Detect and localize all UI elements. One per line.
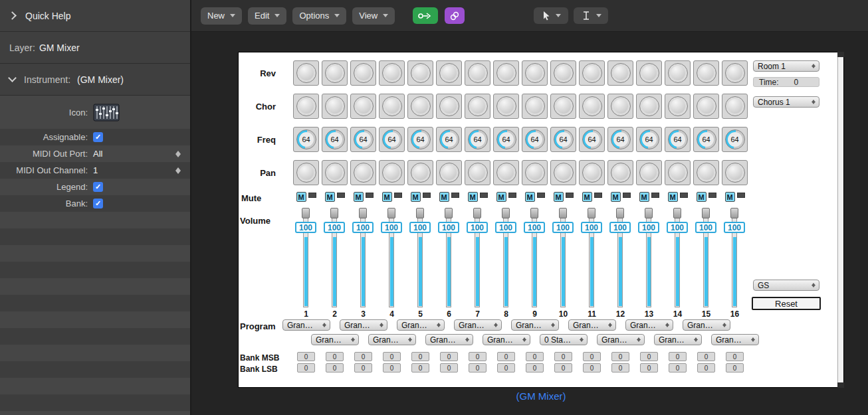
pan-knob[interactable] [554,163,574,183]
mute-button[interactable]: M [439,192,449,202]
freq-knob[interactable]: 64 [725,129,745,149]
bank-msb-field[interactable]: 0 [383,352,401,361]
volume-value[interactable]: 100 [609,222,631,233]
program-select[interactable]: Gran… [711,334,759,345]
rev-knob[interactable] [468,63,488,83]
mute-button[interactable]: M [582,192,592,202]
chorus-knob[interactable] [525,96,545,116]
bank-lsb-field[interactable]: 0 [497,363,515,373]
pan-knob[interactable] [496,163,516,183]
fader-thumb[interactable] [559,208,567,218]
options-menu-button[interactable]: Options [292,7,346,25]
bank-msb-field[interactable]: 0 [583,352,601,361]
program-select[interactable]: Gran… [654,334,702,345]
mute-button[interactable]: M [525,192,535,202]
fader-thumb[interactable] [416,208,424,218]
fader-thumb[interactable] [359,208,367,218]
volume-fader[interactable]: 100 [320,208,349,307]
fader-thumb[interactable] [730,208,738,218]
mute-button[interactable]: M [382,192,392,202]
bank-lsb-field[interactable]: 0 [526,363,544,373]
program-select[interactable]: 0 Sta… [540,334,588,345]
fader-thumb[interactable] [387,208,395,218]
edit-menu-button[interactable]: Edit [248,7,286,25]
freq-knob[interactable]: 64 [439,129,459,149]
mute-button[interactable]: M [554,192,564,202]
rev-knob[interactable] [296,63,316,83]
program-select[interactable]: Gran… [282,319,330,331]
bank-lsb-field[interactable]: 0 [411,363,429,373]
freq-knob[interactable]: 64 [668,129,688,149]
rev-knob[interactable] [554,63,574,83]
volume-value[interactable]: 100 [324,222,345,233]
freq-knob[interactable]: 64 [611,129,631,149]
freq-knob[interactable]: 64 [468,129,488,149]
pan-knob[interactable] [325,163,345,183]
rev-knob[interactable] [697,63,716,83]
volume-value[interactable]: 100 [724,222,745,233]
volume-fader[interactable]: 100 [378,208,406,307]
volume-fader[interactable]: 100 [635,208,663,307]
midi-out-port-value[interactable]: All [93,149,102,159]
mute-button[interactable]: M [354,192,364,202]
volume-fader[interactable]: 100 [606,208,635,307]
fader-thumb[interactable] [645,208,653,218]
program-select[interactable]: Gran… [397,319,445,331]
bank-lsb-field[interactable]: 0 [554,363,572,373]
bank-msb-field[interactable]: 0 [497,352,515,361]
program-select[interactable]: Gran… [625,319,673,331]
pan-knob[interactable] [725,163,745,183]
pointer-tool-button[interactable] [534,7,568,24]
mute-button[interactable]: M [296,192,306,202]
program-select[interactable]: Gran… [683,319,730,331]
fader-thumb[interactable] [673,208,681,218]
reverb-type-select[interactable]: Room 1 [753,60,819,72]
rev-knob[interactable] [439,63,459,83]
fader-thumb[interactable] [702,208,710,218]
freq-knob[interactable]: 64 [325,129,345,149]
bank-msb-field[interactable]: 0 [726,352,744,361]
rev-knob[interactable] [382,63,402,83]
freq-knob[interactable]: 64 [639,129,659,149]
pan-knob[interactable] [411,163,431,183]
freq-knob[interactable]: 64 [582,129,602,149]
bank-lsb-field[interactable]: 0 [583,363,601,373]
bank-lsb-field[interactable]: 0 [669,363,687,373]
freq-knob[interactable]: 64 [525,129,545,149]
fader-thumb[interactable] [330,208,338,218]
volume-value[interactable]: 100 [552,222,574,233]
fader-thumb[interactable] [445,208,453,218]
program-select[interactable]: Gran… [454,319,502,331]
fader-thumb[interactable] [530,208,538,218]
freq-knob[interactable]: 64 [554,129,574,149]
rev-knob[interactable] [725,63,745,83]
program-select[interactable]: Gran… [483,334,530,345]
freq-knob[interactable]: 64 [382,129,402,149]
volume-value[interactable]: 100 [695,222,716,233]
fader-thumb[interactable] [502,208,510,218]
mute-button[interactable]: M [639,192,649,202]
quick-help-header[interactable]: Quick Help [0,0,190,32]
mute-button[interactable]: M [697,192,706,202]
reverb-time-field[interactable]: Time: 0 [753,77,819,87]
view-menu-button[interactable]: View [352,7,395,25]
updown-arrows-icon[interactable] [174,148,182,160]
volume-fader[interactable]: 100 [720,208,749,307]
volume-value[interactable]: 100 [352,222,374,233]
chorus-knob[interactable] [354,96,374,116]
bank-lsb-field[interactable]: 0 [354,363,372,373]
volume-value[interactable]: 100 [295,222,316,233]
bank-lsb-field[interactable]: 0 [440,363,458,373]
bank-msb-field[interactable]: 0 [669,352,687,361]
rev-knob[interactable] [611,63,631,83]
pan-knob[interactable] [582,163,602,183]
chorus-knob[interactable] [582,96,602,116]
chorus-knob[interactable] [639,96,659,116]
mute-button[interactable]: M [325,192,335,202]
volume-fader[interactable]: 100 [406,208,435,307]
freq-knob[interactable]: 64 [496,129,516,149]
volume-value[interactable]: 100 [581,222,602,233]
chorus-knob[interactable] [296,96,316,116]
volume-value[interactable]: 100 [438,222,459,233]
pan-knob[interactable] [439,163,459,183]
